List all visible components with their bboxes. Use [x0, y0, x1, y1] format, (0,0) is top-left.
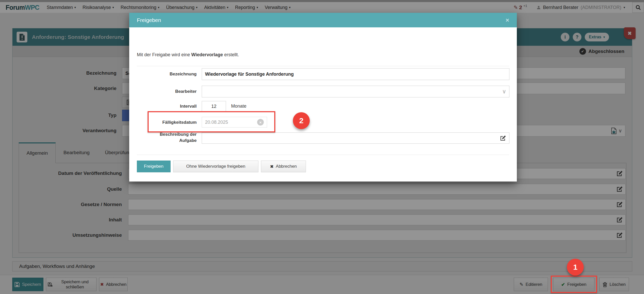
- dialog-release-without-label: Ohne Wiedervorlage freigeben: [186, 164, 245, 169]
- app-screen: ForumWPC Stammdaten▾ Risikoanalyse▾ Rech…: [0, 0, 644, 294]
- beschreibung-label-line1: Beschreibung der: [160, 132, 197, 137]
- dialog-cancel-button[interactable]: ✖ Abbrechen: [261, 161, 306, 172]
- intro-bold: Wiedervorlage: [191, 52, 223, 57]
- dialog-label-intervall: Intervall: [129, 104, 197, 109]
- dialog-bezeichnung-value: Wiedervorlage für Sonstige Anforderung: [205, 72, 294, 77]
- dialog-intervall-input[interactable]: 12: [202, 101, 226, 112]
- dialog-beschreibung-input[interactable]: [202, 132, 509, 144]
- divider: [137, 66, 509, 66]
- dialog-cancel-label: Abbrechen: [276, 164, 297, 169]
- dialog-header: Freigeben ×: [129, 13, 517, 27]
- dialog-bezeichnung-input[interactable]: Wiedervorlage für Sonstige Anforderung: [202, 68, 509, 80]
- annotation-step-2: 2: [293, 112, 310, 129]
- dialog-close-button[interactable]: ×: [506, 17, 509, 23]
- dialog-label-bearbeiter: Bearbeiter: [129, 89, 197, 94]
- dialog-label-beschreibung: Beschreibung der Aufgabe: [129, 131, 197, 144]
- dialog-title: Freigeben: [137, 17, 161, 23]
- edit-icon[interactable]: [500, 135, 506, 141]
- intro-post: erstellt.: [223, 52, 239, 57]
- beschreibung-label-line2: Aufgabe: [179, 138, 197, 143]
- intro-pre: Mit der Freigabe wird eine: [137, 52, 191, 57]
- annotation-step-1: 1: [567, 259, 584, 276]
- dialog-release-label: Freigeben: [144, 164, 164, 169]
- dialog-release-button[interactable]: Freigeben: [137, 161, 171, 172]
- dialog-bearbeiter-select[interactable]: ∨: [202, 86, 509, 97]
- dialog-intro-text: Mit der Freigabe wird eine Wiedervorlage…: [137, 52, 239, 58]
- freigeben-dialog: Freigeben × Mit der Freigabe wird eine W…: [129, 13, 517, 182]
- dialog-label-bezeichnung: Bezeichnung: [129, 72, 197, 77]
- annotation-highlight-release: [551, 276, 597, 293]
- dialog-release-without-button[interactable]: Ohne Wiedervorlage freigeben: [173, 161, 258, 172]
- annotation-highlight-duedate: [148, 111, 275, 132]
- chevron-down-icon: ∨: [502, 88, 506, 95]
- dialog-intervall-value: 12: [211, 104, 216, 109]
- dialog-intervall-unit: Monate: [231, 104, 246, 109]
- cancel-x-icon: ✖: [270, 164, 273, 169]
- divider: [137, 155, 509, 155]
